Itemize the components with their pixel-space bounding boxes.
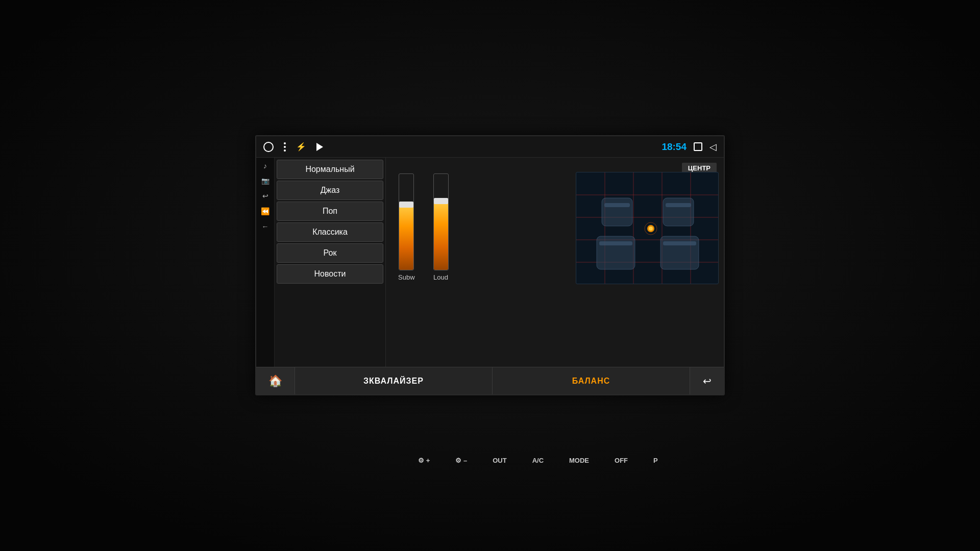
svg-rect-12 bbox=[597, 236, 635, 269]
physical-controls-row: ⚙ + ⚙ – OUT A/C MODE OFF P bbox=[418, 457, 658, 464]
subw-thumb[interactable] bbox=[399, 202, 413, 208]
status-bar: ⚡ 18:54 ◁ bbox=[256, 136, 724, 158]
camera-icon[interactable]: 📷 bbox=[261, 177, 270, 185]
home-button[interactable]: 🏠 bbox=[256, 367, 295, 394]
undo-icon[interactable]: ↩ bbox=[262, 192, 268, 200]
recents-icon[interactable] bbox=[694, 142, 702, 151]
preset-list: Нормальный Джаз Поп Классика Рок bbox=[275, 158, 386, 367]
balance-tab[interactable]: БАЛАНС bbox=[493, 367, 690, 394]
menu-dots-icon[interactable] bbox=[284, 142, 286, 152]
note-icon[interactable]: ♪ bbox=[263, 162, 267, 170]
svg-rect-14 bbox=[660, 236, 699, 269]
home-icon: 🏠 bbox=[268, 374, 282, 388]
time-display: 18:54 bbox=[662, 141, 687, 153]
svg-rect-9 bbox=[604, 203, 630, 207]
home-circle-icon[interactable] bbox=[263, 142, 274, 152]
rewind-icon[interactable]: ⏪ bbox=[261, 207, 270, 215]
loud-slider[interactable]: Loud bbox=[433, 173, 449, 281]
bottom-back-icon: ↩ bbox=[703, 375, 712, 387]
svg-rect-11 bbox=[666, 203, 691, 207]
loud-label: Loud bbox=[433, 273, 448, 281]
svg-rect-13 bbox=[599, 241, 632, 245]
preset-classic[interactable]: Классика bbox=[277, 222, 383, 242]
back-nav-icon[interactable]: ◁ bbox=[709, 141, 717, 153]
preset-normal[interactable]: Нормальный bbox=[277, 160, 383, 179]
usb-icon: ⚡ bbox=[296, 142, 306, 152]
arrow-left-icon[interactable]: ← bbox=[262, 222, 269, 231]
preset-jazz[interactable]: Джаз bbox=[277, 181, 383, 200]
play-icon[interactable] bbox=[316, 143, 323, 151]
bottom-back-button[interactable]: ↩ bbox=[690, 367, 724, 394]
equalizer-tab-label: ЗКВАЛАЙЗЕР bbox=[363, 377, 424, 386]
fan-minus-button[interactable]: ⚙ – bbox=[455, 457, 467, 464]
side-icon-strip: ♪ 📷 ↩ ⏪ ← bbox=[256, 158, 275, 367]
ac-button[interactable]: A/C bbox=[532, 457, 544, 464]
off-button[interactable]: OFF bbox=[615, 457, 628, 464]
svg-rect-10 bbox=[663, 198, 694, 226]
preset-news[interactable]: Новости bbox=[277, 264, 383, 284]
balance-tab-label: БАЛАНС bbox=[572, 377, 610, 386]
mode-button[interactable]: MODE bbox=[569, 457, 589, 464]
preset-pop[interactable]: Поп bbox=[277, 202, 383, 221]
fan-plus-button[interactable]: ⚙ + bbox=[418, 457, 430, 464]
loud-thumb[interactable] bbox=[434, 198, 448, 204]
preset-rock[interactable]: Рок bbox=[277, 243, 383, 263]
p-button[interactable]: P bbox=[653, 457, 658, 464]
subw-slider[interactable]: Subw bbox=[398, 173, 415, 281]
equalizer-tab[interactable]: ЗКВАЛАЙЗЕР bbox=[295, 367, 493, 394]
screen-surface: ⚡ 18:54 ◁ ♪ 📷 ↩ ⏪ ← bbox=[255, 135, 725, 395]
eq-panel: ЦЕНТР Subw bbox=[386, 158, 724, 367]
svg-point-17 bbox=[649, 227, 653, 231]
balance-visual[interactable] bbox=[576, 172, 719, 284]
subw-label: Subw bbox=[398, 273, 415, 281]
bottom-bar: 🏠 ЗКВАЛАЙЗЕР БАЛАНС ↩ bbox=[256, 367, 724, 394]
svg-rect-8 bbox=[602, 198, 632, 226]
out-button[interactable]: OUT bbox=[493, 457, 506, 464]
svg-rect-15 bbox=[663, 241, 696, 245]
head-unit-screen: ⚡ 18:54 ◁ ♪ 📷 ↩ ⏪ ← bbox=[255, 135, 725, 395]
